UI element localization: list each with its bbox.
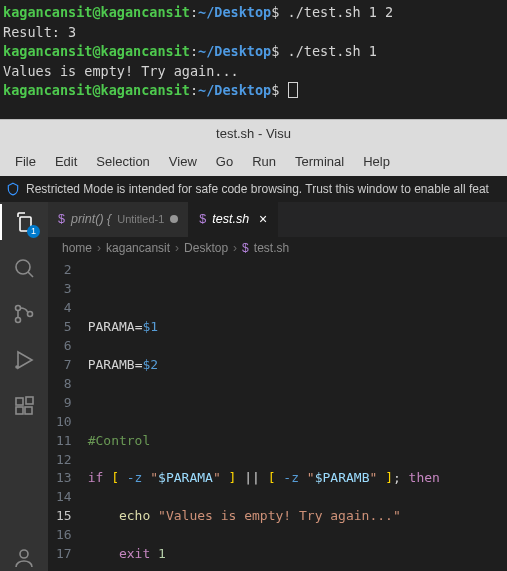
term-line: kagancansit@kagancansit:~/Desktop$ — [3, 81, 504, 101]
explorer-icon[interactable]: 1 — [12, 210, 36, 234]
terminal-cursor — [288, 82, 298, 98]
explorer-badge: 1 — [27, 225, 40, 238]
svg-point-0 — [16, 260, 30, 274]
terminal[interactable]: kagancansit@kagancansit:~/Desktop$ ./tes… — [0, 0, 507, 119]
menu-help[interactable]: Help — [354, 151, 399, 172]
term-command: ./test.sh 1 2 — [288, 4, 394, 20]
svg-line-1 — [28, 272, 33, 277]
term-path: ~/Desktop — [198, 82, 271, 98]
svg-rect-9 — [25, 407, 32, 414]
editor: $ print() { Untitled-1 $ test.sh × home›… — [48, 202, 507, 571]
term-output: Values is empty! Try again... — [3, 62, 504, 82]
term-path: ~/Desktop — [198, 43, 271, 59]
svg-rect-10 — [26, 397, 33, 404]
code-body[interactable]: PARAMA=$1 PARAMB=$2 #Control if [ -z "$P… — [88, 259, 440, 571]
menu-terminal[interactable]: Terminal — [286, 151, 353, 172]
term-line: kagancansit@kagancansit:~/Desktop$ ./tes… — [3, 42, 504, 62]
tab-bar: $ print() { Untitled-1 $ test.sh × — [48, 202, 507, 237]
menu-file[interactable]: File — [6, 151, 45, 172]
menu-selection[interactable]: Selection — [87, 151, 158, 172]
tab-untitled[interactable]: $ print() { Untitled-1 — [48, 202, 189, 237]
shield-icon — [6, 182, 20, 196]
term-user: kagancansit@kagancansit — [3, 43, 190, 59]
breadcrumb[interactable]: home› kagancansit› Desktop› $ test.sh — [48, 237, 507, 259]
svg-point-11 — [20, 550, 28, 558]
file-icon: $ — [199, 212, 206, 226]
crumb[interactable]: Desktop — [184, 241, 228, 255]
menu-go[interactable]: Go — [207, 151, 242, 172]
crumb[interactable]: test.sh — [254, 241, 289, 255]
extensions-icon[interactable] — [12, 394, 36, 418]
code-editor[interactable]: 2 3 4 5 6 7 8 9 10 11 12 13 14 15 16 17 — [48, 259, 507, 571]
source-control-icon[interactable] — [12, 302, 36, 326]
term-output: Result: 3 — [3, 23, 504, 43]
svg-rect-8 — [16, 407, 23, 414]
term-user: kagancansit@kagancansit — [3, 82, 190, 98]
tab-testsh[interactable]: $ test.sh × — [189, 202, 278, 237]
window-title: test.sh - Visu — [0, 119, 507, 147]
chevron-right-icon: › — [97, 241, 101, 255]
vscode-window: test.sh - Visu File Edit Selection View … — [0, 119, 507, 571]
run-debug-icon[interactable] — [12, 348, 36, 372]
term-command: ./test.sh 1 — [288, 43, 377, 59]
chevron-right-icon: › — [175, 241, 179, 255]
chevron-right-icon: › — [233, 241, 237, 255]
svg-point-3 — [16, 317, 21, 322]
term-path: ~/Desktop — [198, 4, 271, 20]
svg-point-4 — [28, 311, 33, 316]
restricted-text: Restricted Mode is intended for safe cod… — [26, 182, 489, 196]
accounts-icon[interactable] — [12, 546, 36, 570]
svg-point-2 — [16, 305, 21, 310]
menu-run[interactable]: Run — [243, 151, 285, 172]
gutter: 2 3 4 5 6 7 8 9 10 11 12 13 14 15 16 17 — [48, 259, 88, 571]
activity-bar: 1 — [0, 202, 48, 571]
tab-label: test.sh — [212, 212, 249, 226]
close-icon[interactable]: × — [259, 211, 267, 227]
crumb[interactable]: home — [62, 241, 92, 255]
term-user: kagancansit@kagancansit — [3, 4, 190, 20]
menubar: File Edit Selection View Go Run Terminal… — [0, 147, 507, 176]
file-icon: $ — [58, 212, 65, 226]
menu-view[interactable]: View — [160, 151, 206, 172]
crumb[interactable]: kagancansit — [106, 241, 170, 255]
file-icon: $ — [242, 241, 249, 255]
svg-rect-7 — [16, 398, 23, 405]
menu-edit[interactable]: Edit — [46, 151, 86, 172]
svg-point-6 — [16, 366, 18, 368]
term-line: kagancansit@kagancansit:~/Desktop$ ./tes… — [3, 3, 504, 23]
restricted-mode-banner[interactable]: Restricted Mode is intended for safe cod… — [0, 176, 507, 202]
svg-marker-5 — [18, 352, 32, 368]
tab-label: print() { — [71, 212, 111, 226]
tab-sublabel: Untitled-1 — [117, 213, 164, 225]
search-icon[interactable] — [12, 256, 36, 280]
modified-dot-icon — [170, 215, 178, 223]
